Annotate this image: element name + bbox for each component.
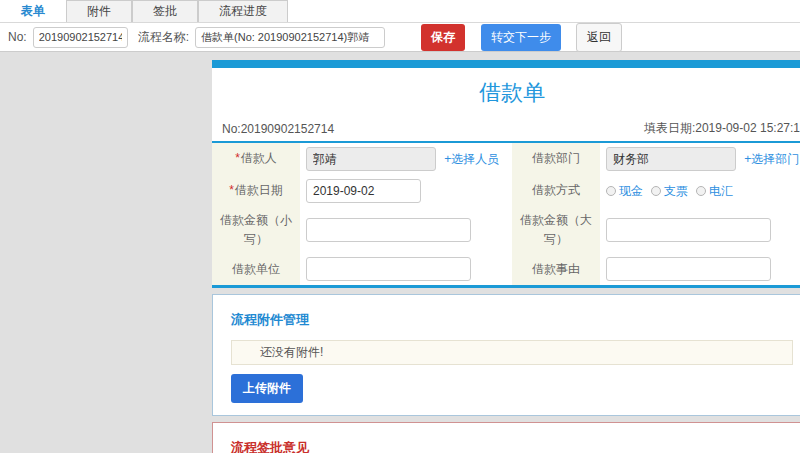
tab-bar: 表单 附件 签批 流程进度 [0, 0, 800, 23]
table-row: 借款单位 借款事由 [212, 253, 800, 287]
tab-process-progress[interactable]: 流程进度 [198, 0, 288, 22]
save-button[interactable]: 保存 [421, 24, 465, 51]
tab-attachments[interactable]: 附件 [66, 0, 132, 22]
action-toolbar: No: 流程名称: 保存 转交下一步 返回 [0, 23, 800, 52]
loan-method-label: 借款方式 [512, 175, 600, 207]
loan-unit-label-text: 借款单位 [232, 262, 280, 276]
amount-upper-field [600, 207, 800, 253]
loan-date-label: *借款日期 [212, 175, 300, 207]
table-row: *借款人 +选择人员 借款部门 +选择部门 [212, 143, 800, 175]
amount-upper-input[interactable] [606, 218, 771, 242]
amount-upper-label: 借款金额（大写） [512, 207, 600, 253]
loan-method-field: 现金 支票 电汇 [600, 175, 800, 207]
form-number: No:20190902152714 [222, 122, 334, 136]
radio-cheque-label: 支票 [664, 183, 688, 200]
department-field: +选择部门 [600, 143, 800, 175]
loan-date-field [300, 175, 512, 207]
tab-approval[interactable]: 签批 [132, 0, 198, 22]
form-title: 借款单 [212, 68, 800, 120]
radio-icon [606, 186, 616, 196]
no-label: No: [8, 30, 27, 44]
form-fill-date: 填表日期:2019-09-02 15:27:1 [644, 120, 800, 137]
amount-lower-label-text: 借款金额（小写） [220, 213, 292, 246]
loan-unit-input[interactable] [306, 257, 471, 281]
amount-lower-field [300, 207, 512, 253]
radio-wire-label: 电汇 [709, 183, 733, 200]
radio-cash[interactable]: 现金 [606, 183, 643, 200]
attachments-heading: 流程附件管理 [231, 305, 793, 331]
next-step-button[interactable]: 转交下一步 [481, 24, 561, 51]
radio-cheque[interactable]: 支票 [651, 183, 688, 200]
back-button[interactable]: 返回 [576, 23, 622, 52]
radio-icon [696, 186, 706, 196]
process-name-label: 流程名称: [138, 29, 189, 46]
loan-date-input[interactable] [306, 179, 421, 203]
select-department-link[interactable]: +选择部门 [744, 152, 799, 166]
no-attachments-notice: 还没有附件! [231, 340, 793, 365]
loan-form-card: 借款单 No:20190902152714 填表日期:2019-09-02 15… [212, 60, 800, 288]
loan-reason-field [600, 253, 800, 287]
department-label: 借款部门 [512, 143, 600, 175]
attachments-section: 流程附件管理 还没有附件! 上传附件 [212, 294, 800, 416]
process-name-input[interactable] [195, 27, 385, 48]
amount-upper-label-text: 借款金额（大写） [520, 213, 592, 246]
loan-method-radios: 现金 支票 电汇 [606, 183, 800, 200]
loan-unit-field [300, 253, 512, 287]
loan-unit-label: 借款单位 [212, 253, 300, 287]
borrower-input[interactable] [306, 147, 436, 171]
borrower-field: +选择人员 [300, 143, 512, 175]
required-mark: * [235, 151, 240, 165]
loan-date-label-text: 借款日期 [235, 183, 283, 197]
approval-comments-heading: 流程签批意见 [231, 433, 793, 453]
loan-form-table: *借款人 +选择人员 借款部门 +选择部门 *借款日期 [212, 143, 800, 288]
form-panel: 借款单 No:20190902152714 填表日期:2019-09-02 15… [212, 60, 800, 453]
loan-reason-input[interactable] [606, 257, 771, 281]
no-input[interactable] [33, 27, 128, 48]
radio-icon [651, 186, 661, 196]
card-top-accent [212, 60, 800, 68]
approval-comments-section: 流程签批意见 B I abc [212, 422, 800, 453]
required-mark: * [229, 183, 234, 197]
amount-lower-input[interactable] [306, 218, 471, 242]
table-row: 借款金额（小写） 借款金额（大写） [212, 207, 800, 253]
borrower-label-text: 借款人 [241, 151, 277, 165]
tab-form[interactable]: 表单 [0, 0, 66, 22]
amount-lower-label: 借款金额（小写） [212, 207, 300, 253]
department-input[interactable] [606, 147, 736, 171]
page: 表单 附件 签批 流程进度 No: 流程名称: 保存 转交下一步 返回 借款单 … [0, 0, 800, 453]
table-row: *借款日期 借款方式 现金 支票 电汇 [212, 175, 800, 207]
loan-reason-label-text: 借款事由 [532, 262, 580, 276]
department-label-text: 借款部门 [532, 151, 580, 165]
radio-cash-label: 现金 [619, 183, 643, 200]
radio-wire[interactable]: 电汇 [696, 183, 733, 200]
form-meta-row: No:20190902152714 填表日期:2019-09-02 15:27:… [212, 120, 800, 143]
loan-reason-label: 借款事由 [512, 253, 600, 287]
upload-attachment-button[interactable]: 上传附件 [231, 374, 303, 403]
loan-method-label-text: 借款方式 [532, 183, 580, 197]
borrower-label: *借款人 [212, 143, 300, 175]
select-person-link[interactable]: +选择人员 [444, 152, 499, 166]
